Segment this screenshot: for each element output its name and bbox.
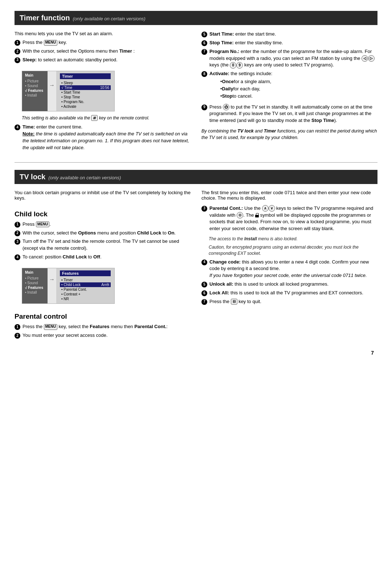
features-header: Features [60,270,111,276]
timer-step4: 4 Time: enter the current time. Note: th… [15,124,191,151]
child-step-3: 3 Turn off the TV set and hide the remot… [15,238,191,252]
menu-content-header: Timer [60,73,111,79]
standby-key: ⏻ [223,104,229,110]
quit-key: ⊟ [231,299,237,305]
grid-key: ⊞ [91,115,98,121]
step-9-item: 9 Press ⏻ to put the TV set in standby. … [201,104,377,124]
child-step-2-num: 2 [15,230,20,236]
arrow-indicator: → [48,71,56,89]
sidebar-install: • Install [25,93,45,98]
step-4-text: Time: enter the current time. Note: the … [23,124,191,151]
child-step-2: 2 With the cursor, select the Options me… [15,230,191,237]
tvlock-header: TV lock (only available on certain versi… [15,170,377,184]
sidebar-features: √ Features [25,88,45,93]
tvlock-section: TV lock (only available on certain versi… [15,170,377,343]
step-2-text: With the cursor, select the Options menu… [23,48,135,55]
menu-row-sleep: • Sleep [60,81,111,85]
tvlock-right-intro: The first time you enter this, enter cod… [201,190,377,201]
features-features: √ Features [25,285,45,290]
child-step-4-num: 4 [15,254,20,260]
key-9: 9 [236,62,243,69]
bullet-daily: • Daily for each day, [220,86,272,92]
tvlock-right-step-3: 3 Parental Cont.: Use the ∧∨ keys to sel… [201,205,377,232]
child-step-4-text: To cancel: position Child Lock to Off. [23,254,102,261]
timer-section-header: Timer function (only available on certai… [15,11,377,25]
timer-function-section: Timer function (only available on certai… [15,11,377,155]
menu-row-stoptime: • Stop Time [60,95,111,99]
key-0: 0 [230,62,236,69]
tvlock-step-6: 6 Lock All: this is used to lock all the… [201,290,377,297]
child-step-1-text: Press MENU. [23,221,51,228]
step-4-item: 4 Time: enter the current time. Note: th… [15,124,191,151]
tvlock-right-steps-4-7: 4 Change code: this allows you to enter … [201,259,377,305]
step-2-num: 2 [15,49,20,54]
menu-key: MENU [44,40,57,46]
step-7-num: 7 [201,49,207,55]
timer-col-right: 5 Start Time: enter the start time. 6 St… [201,31,377,155]
menu-content: Timer • Sleep √ Time10:56 • Start Time •… [56,71,114,111]
tvlock-col-right: 3 Parental Cont.: Use the ∧∨ keys to sel… [201,205,377,343]
menu-note: This setting is also available via the ⊞… [22,115,191,121]
feat-row-parental: • Parental Cont. [60,287,111,292]
tvlock-step-7: 7 Press the ⊟ key to quit. [201,298,377,305]
feat-row-timer: • Timer [60,278,111,282]
child-step-1: 1 Press MENU. [15,221,191,228]
menu-row-time: √ Time10:56 [60,85,111,90]
step-6-num: 6 [201,40,207,46]
child-lock-steps: 1 Press MENU. 2 With the cursor, select … [15,221,191,261]
step-7-text: Program No.: enter the number of the pro… [209,48,377,69]
tvlock-intro: You can block certain programs or inhibi… [15,190,191,201]
step-3-num: 3 [15,57,20,63]
step-5-item: 5 Start Time: enter the start time. [201,31,377,38]
tvlock-step-6-num: 6 [201,290,207,296]
parental-step-2-num: 2 [15,333,20,339]
activate-bullets: • Once for a single alarm, • Daily for e… [220,78,272,100]
sidebar-sound: • Sound [25,83,45,88]
timer-step-1: 1 Press the MENU key. [15,39,191,46]
timer-intro: This menu lets you use the TV set as an … [15,31,191,36]
timer-col-left: This menu lets you use the TV set as an … [15,31,191,155]
child-step-3-num: 3 [15,239,20,245]
step-8-text: Activate: the settings include: • Once f… [209,70,272,102]
feat-row-contrast: • Contrast + [60,292,111,297]
tvlock-intro-right: The first time you enter this, enter cod… [201,190,377,201]
child-step-2-text: With the cursor, select the Options menu… [23,230,176,237]
features-menu-mockup: Main • Picture • Sound √ Features • Inst… [22,268,115,304]
timer-steps-right: 5 Start Time: enter the start time. 6 St… [201,31,377,124]
menu-row-starttime: • Start Time [60,90,111,95]
lock-icon [255,213,259,217]
child-lock-title: Child lock [15,210,191,218]
step-8-item: 8 Activate: the settings include: • Once… [201,70,377,102]
timer-step-3: 3 Sleep: to select an automatic standby … [15,57,191,64]
step-1-num: 1 [15,40,20,46]
tvlock-step-4-num: 4 [201,260,207,265]
step-5-text: Start Time: enter the start time. [209,31,276,38]
parental-step-2: 2 You must enter your secret access code… [15,332,191,339]
ok-key: ⊙ [237,212,243,219]
tvlock-col-left: Child lock 1 Press MENU. 2 With the curs… [15,205,191,343]
parental-step-1: 1 Press the MENU key, select the Feature… [15,323,191,330]
page-number: 7 [15,350,377,356]
timer-menu-mockup: Main • Picture • Sound √ Features • Inst… [22,71,115,111]
features-content: Features • Timer • Child LockArrêt • Par… [56,268,114,303]
features-install: • Install [25,290,45,295]
timer-step-2: 2 With the cursor, select the Options me… [15,48,191,55]
menu-key-2: MENU [36,221,49,227]
features-sound: • Sound [25,281,45,285]
step-6-text: Stop Time: enter the standby time. [209,40,283,46]
parental-step-1-num: 1 [15,324,20,330]
features-arrow-indicator: → [48,268,56,283]
tvlock-step-4: 4 Change code: this allows you to enter … [201,259,377,279]
tvlock-step-4-text: Change code: this allows you to enter a … [209,259,377,279]
timer-subtitle: (only available on certain versions) [73,16,146,21]
step-8-num: 8 [201,71,207,77]
tvlock-step-6-text: Lock All: this is used to lock all the T… [209,290,363,297]
menu-row-activate: • Activate [60,104,111,109]
tvlock-step-7-num: 7 [201,299,207,305]
tvlock-step-5: 5 Unlock all: this is used to unlock all… [201,281,377,288]
bullet-stop: • Stop to cancel. [220,93,272,99]
bullet-once: • Once for a single alarm, [220,78,272,85]
step-1-text: Press the MENU key. [23,39,67,46]
step-4-num: 4 [15,124,20,130]
tvlock-step-3-num: 3 [201,206,207,212]
